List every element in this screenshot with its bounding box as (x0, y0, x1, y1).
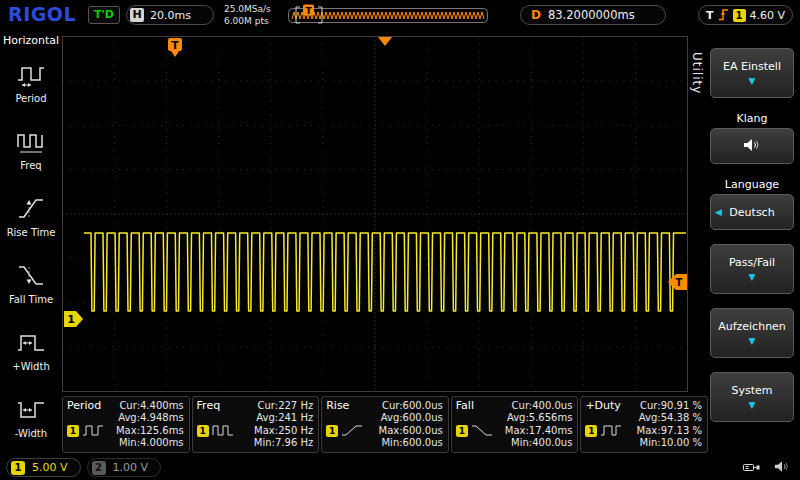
delay-value: 83.2000000ms (548, 8, 635, 22)
measurement-max: Max:250 Hz (254, 425, 313, 438)
menu-item-freq[interactable]: Freq (16, 127, 46, 171)
timebase-value: 20.0ms (150, 9, 191, 22)
speaker-icon (743, 138, 761, 155)
delay-box[interactable]: D 83.2000000ms (520, 5, 666, 25)
trigger-status-badge: T'D (88, 6, 120, 24)
softkey-ea-einstell[interactable]: EA Einstell ▼ (710, 48, 794, 98)
measurement-min: Min:7.96 Hz (254, 437, 313, 450)
svg-text:T: T (676, 277, 683, 288)
measurement-header: Fall Cur:400.0us (456, 399, 573, 412)
minus-width-icon (16, 395, 46, 427)
fall-time-icon (16, 261, 46, 293)
softkey-label: Pass/Fail (729, 256, 775, 269)
measurement-header: Rise Cur:600.0us (326, 399, 443, 412)
softkey-language[interactable]: ◀ Deutsch (710, 194, 794, 230)
measurement-avg: Avg:4.948ms (116, 412, 184, 425)
trigger-box[interactable]: T 1 4.60 V (698, 5, 793, 25)
channel-1-status[interactable]: 1 5.00 V (6, 458, 81, 477)
chevron-down-icon: ▼ (749, 77, 756, 86)
softkey-label: System (731, 384, 772, 397)
rise-time-icon (16, 194, 46, 226)
usb-icon (743, 458, 760, 477)
measurement-max: Max:125.6ms (116, 425, 184, 438)
rise-wave-icon (341, 422, 363, 441)
measurement-header: +Duty Cur:90.91 % (585, 399, 702, 412)
measurement-cur: Cur:4.400ms (119, 400, 183, 411)
measurement-cur: Cur:600.0us (382, 400, 443, 411)
status-bar: RIGOL T'D H 20.0ms 25.0MSa/s 6.00M pts T… (0, 0, 800, 30)
channel-2-status[interactable]: 2 1.00 V (87, 458, 162, 477)
measurement-max: Max:17.40ms (505, 425, 573, 438)
measurement-fall[interactable]: Fall Cur:400.0us 1 Avg:5.656ms Max:17.40… (451, 396, 579, 453)
freq-icon (16, 127, 46, 159)
channel-1-scale: 5.00 V (32, 461, 68, 474)
measurement-max: Max:600.0us (379, 425, 443, 438)
softkey-klang-group: Klang (710, 112, 794, 164)
memory-position-indicator[interactable]: T (288, 4, 488, 30)
measurement-source-badge: 1 (456, 425, 468, 437)
measurement-avg: Avg:241 Hz (254, 412, 313, 425)
softkey-pass-fail[interactable]: Pass/Fail ▼ (710, 244, 794, 294)
softkey-aufzeichnen[interactable]: Aufzeichnen ▼ (710, 308, 794, 358)
waveform-display[interactable]: T1T (62, 30, 688, 395)
measurement-source-badge: 1 (326, 425, 338, 437)
menu-item-fall-time[interactable]: Fall Time (9, 261, 53, 305)
measurement-name: Freq (197, 399, 221, 412)
softkey-label: Language (710, 178, 794, 191)
fall-wave-icon (471, 422, 493, 441)
channel-2-scale: 1.00 V (113, 461, 149, 474)
acquisition-info: 25.0MSa/s 6.00M pts (224, 3, 271, 27)
oscilloscope-screen: RIGOL T'D H 20.0ms 25.0MSa/s 6.00M pts T… (0, 0, 800, 480)
duty-wave-icon (600, 422, 622, 441)
measure-menu: Horizontal Period Freq Rise Time (0, 30, 62, 455)
freq-wave-icon (212, 422, 234, 441)
menu-item-period[interactable]: Period (15, 60, 46, 104)
softkey-label: EA Einstell (723, 60, 781, 73)
menu-item-label: Period (15, 93, 46, 104)
measurement-avg: Avg:5.656ms (505, 412, 573, 425)
menu-item-plus-width[interactable]: +Width (12, 328, 49, 372)
menu-item-label: Freq (20, 160, 41, 171)
measurement-header: Period Cur:4.400ms (67, 399, 184, 412)
measurement-source-badge: 1 (197, 425, 209, 437)
svg-text:T: T (171, 39, 179, 52)
measurement-header: Freq Cur:227 Hz (197, 399, 314, 412)
measure-menu-title[interactable]: Horizontal (3, 30, 59, 48)
plus-width-icon (16, 328, 46, 360)
menu-item-label: Rise Time (7, 227, 56, 238)
measurement-name: Fall (456, 399, 474, 412)
measurement-name: Period (67, 399, 101, 412)
rising-edge-icon (718, 6, 729, 25)
memory-waveform-icon: T (288, 4, 488, 26)
measurement-period[interactable]: Period Cur:4.400ms 1 Avg:4.948ms Max:125… (62, 396, 190, 453)
measurement-name: Rise (326, 399, 349, 412)
h-label: H (130, 8, 144, 22)
measurement-name: +Duty (585, 399, 620, 412)
measurement-min: Min:600.0us (379, 437, 443, 450)
menu-item-label: -Width (15, 428, 47, 439)
menu-item-label: +Width (12, 361, 49, 372)
measurement-body: 1 Avg:54.38 % Max:97.13 % Min:10.00 % (585, 412, 702, 450)
softkey-klang[interactable] (710, 128, 794, 164)
measurement-body: 1 Avg:4.948ms Max:125.6ms Min:4.000ms (67, 412, 184, 450)
trigger-level-value: 4.60 V (750, 9, 786, 22)
chevron-down-icon: ▼ (749, 337, 756, 346)
measurement-cur: Cur:400.0us (512, 400, 573, 411)
horizontal-timebase-box[interactable]: H 20.0ms (126, 5, 214, 25)
softkey-system[interactable]: System ▼ (710, 372, 794, 422)
period-icon (16, 60, 46, 92)
menu-title: Utility (690, 52, 704, 94)
menu-item-rise-time[interactable]: Rise Time (7, 194, 56, 238)
softkey-label: Aufzeichnen (718, 320, 786, 333)
measurement-rise[interactable]: Rise Cur:600.0us 1 Avg:600.0us Max:600.0… (321, 396, 449, 453)
measurement-freq[interactable]: Freq Cur:227 Hz 1 Avg:241 Hz Max:250 Hz … (192, 396, 320, 453)
softkey-label: Klang (710, 112, 794, 125)
measurement-source-badge: 1 (585, 425, 597, 437)
trigger-label: T (706, 9, 714, 22)
chevron-down-icon: ▼ (749, 401, 756, 410)
trigger-source-badge: 1 (733, 9, 746, 22)
channel-2-badge: 2 (92, 461, 106, 475)
measurement-cur: Cur:227 Hz (258, 400, 314, 411)
softkey-list: EA Einstell ▼ Klang Language ◀ Deutsch (710, 48, 794, 422)
menu-item-minus-width[interactable]: -Width (15, 395, 47, 439)
